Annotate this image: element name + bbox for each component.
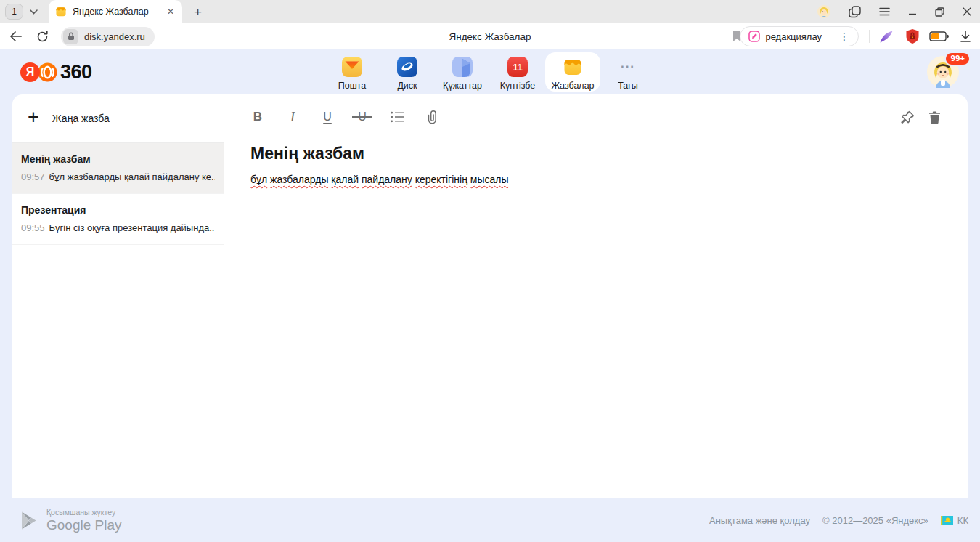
app-item[interactable]: Диск — [380, 52, 435, 92]
note-body[interactable]: бұл жазбаларды қалай пайдалану керектігі… — [250, 173, 942, 187]
chevron-down-icon[interactable] — [30, 9, 38, 15]
url-text: disk.yandex.ru — [84, 31, 145, 42]
minimize-icon[interactable] — [908, 7, 917, 16]
google-play-link[interactable]: Қосымшаны жүктеу Google Play — [20, 508, 122, 533]
support-link[interactable]: Анықтама және қолдау — [709, 515, 810, 526]
note-item-snippet: бұл жазбаларды қалай пайдалану ке... — [49, 171, 215, 182]
notes-favicon-icon — [55, 6, 67, 17]
plus-icon: + — [28, 108, 39, 127]
browser-tab[interactable]: Яндекс Жазбалар ✕ — [49, 0, 182, 23]
notes-list: Менің жазбам09:57бұл жазбаларды қалай па… — [12, 143, 224, 245]
app-item[interactable]: 11Күнтізбе — [490, 52, 545, 92]
note-list-item[interactable]: Менің жазбам09:57бұл жазбаларды қалай па… — [12, 143, 224, 194]
note-item-time: 09:55 — [21, 222, 45, 233]
yandex360-logo[interactable]: Я 360 — [20, 61, 92, 84]
language-code: КК — [957, 515, 968, 526]
more-icon: ··· — [618, 57, 638, 77]
maximize-icon[interactable] — [935, 7, 944, 17]
app-label: Құжаттар — [443, 81, 482, 91]
note-editor: B I U U Менің жаз — [224, 94, 968, 498]
strikethrough-icon[interactable]: U — [355, 109, 369, 125]
disk-icon — [397, 57, 417, 77]
trash-icon[interactable] — [927, 109, 942, 125]
note-list-item[interactable]: Презентация09:55Бүгін сіз оқуға презента… — [12, 194, 224, 245]
note-title[interactable]: Менің жазбам — [250, 144, 942, 163]
app-item[interactable]: Жазбалар — [545, 52, 600, 92]
notes-sidebar: + Жаңа жазба Менің жазбам09:57бұл жазбал… — [12, 94, 224, 498]
menu-icon[interactable] — [879, 7, 890, 16]
app-label: Диск — [397, 81, 417, 91]
italic-icon[interactable]: I — [285, 109, 300, 125]
new-note-label: Жаңа жазба — [52, 113, 110, 124]
copyright-text: © 2012—2025 «Яндекс» — [822, 515, 928, 526]
notes-icon — [563, 57, 583, 77]
docs-icon — [452, 57, 473, 77]
new-note-button[interactable]: + Жаңа жазба — [12, 94, 224, 143]
bold-icon[interactable]: B — [250, 109, 265, 125]
note-item-title: Менің жазбам — [21, 153, 215, 165]
note-item-title: Презентация — [21, 204, 215, 216]
app-label: Күнтізбе — [500, 81, 536, 91]
close-window-icon[interactable] — [963, 7, 971, 16]
notes-card: + Жаңа жазба Менің жазбам09:57бұл жазбал… — [12, 94, 968, 498]
yandex-logo-icon: Я — [20, 62, 40, 82]
tab-close-icon[interactable]: ✕ — [166, 7, 176, 17]
language-switcher[interactable]: КК — [941, 515, 968, 526]
notes-app-page: + Жаңа жазба Менің жазбам09:57бұл жазбал… — [0, 94, 980, 498]
app-label: Тағы — [618, 81, 638, 91]
google-play-label: Google Play — [46, 517, 122, 533]
yandex360-header: Я 360 ПоштаДискҚұжаттар11КүнтізбеЖазбала… — [0, 49, 980, 94]
pin-icon[interactable] — [900, 109, 915, 125]
app-item[interactable]: Құжаттар — [435, 52, 490, 92]
browser-profile-avatar[interactable] — [817, 5, 830, 18]
tab-groups-icon[interactable] — [849, 6, 861, 18]
browser-tab-strip: 1 Яндекс Жазбалар ✕ + — [0, 0, 980, 23]
attach-icon[interactable] — [425, 109, 439, 125]
text-caret — [510, 174, 511, 185]
google-play-icon — [20, 511, 38, 530]
notification-badge: 99+ — [944, 52, 971, 66]
browser-nav-bar: disk.yandex.ru Яндекс Жазбалар редакциял… — [0, 23, 980, 49]
app-label: Пошта — [338, 81, 367, 91]
mail-icon — [342, 57, 362, 77]
google-play-caption: Қосымшаны жүктеу — [46, 508, 122, 517]
app-label: Жазбалар — [551, 81, 594, 91]
yandex360-o-icon — [38, 62, 57, 82]
address-bar[interactable]: disk.yandex.ru — [61, 27, 155, 46]
new-tab-button[interactable]: + — [194, 5, 202, 19]
tab-counter[interactable]: 1 — [5, 4, 23, 20]
app-item[interactable]: Пошта — [324, 52, 380, 92]
note-item-snippet: Бүгін сіз оқуға презентация дайында... — [49, 222, 215, 233]
bullet-list-icon[interactable] — [390, 109, 404, 125]
app-item[interactable]: ···Тағы — [600, 52, 656, 92]
note-item-time: 09:57 — [21, 171, 45, 182]
editor-toolbar: B I U U — [250, 94, 942, 139]
lock-icon[interactable] — [63, 29, 78, 44]
tab-title: Яндекс Жазбалар — [73, 7, 160, 17]
calendar-icon: 11 — [507, 57, 528, 77]
app-launcher: ПоштаДискҚұжаттар11КүнтізбеЖазбалар···Та… — [324, 49, 656, 92]
logo-360-text: 360 — [60, 61, 92, 84]
page-footer: Қосымшаны жүктеу Google Play Анықтама жә… — [0, 498, 980, 542]
underline-icon[interactable]: U — [320, 109, 335, 125]
kazakhstan-flag-icon — [941, 516, 953, 525]
